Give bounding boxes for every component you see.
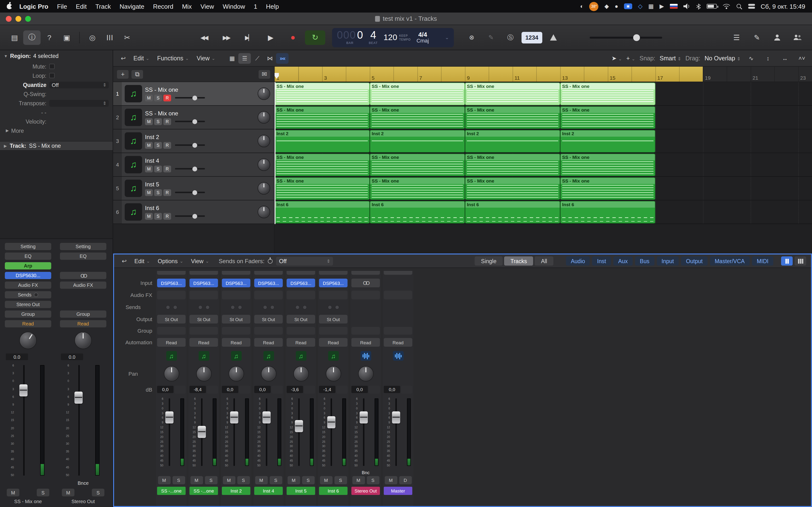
strip-slot-dsp5630---[interactable]: DSP5630...	[5, 272, 51, 279]
solo-button[interactable]: S	[302, 476, 314, 484]
send-knob[interactable]	[270, 305, 274, 309]
midi-region[interactable]: Inst 2	[465, 130, 560, 153]
midi-region[interactable]: Inst 2	[370, 130, 465, 153]
automation-mode-button[interactable]: Read	[287, 338, 315, 347]
mute-button[interactable]: M	[145, 189, 153, 196]
pan-knob[interactable]	[358, 366, 373, 382]
solo-button[interactable]: S	[237, 476, 250, 484]
track-lane[interactable]: SS - Mix oneSS - Mix oneSS - Mix oneSS -…	[274, 82, 812, 106]
replace-button[interactable]: ✎	[483, 31, 499, 44]
strip-slot-arp[interactable]: Arp	[5, 262, 51, 270]
group-slot[interactable]	[222, 327, 250, 335]
strip-slot-eq[interactable]: EQ	[5, 252, 51, 260]
pointer-tool-button[interactable]: ➤ ⌄	[612, 55, 622, 62]
audio-fx-slot[interactable]	[222, 291, 250, 299]
pan-knob[interactable]	[258, 158, 270, 171]
midi-instrument-icon[interactable]: ♫	[125, 180, 142, 197]
channel-name[interactable]: SS -...one	[190, 487, 218, 495]
transpose-field[interactable]: ⇕	[49, 100, 109, 107]
audio-fx-slot[interactable]	[157, 291, 186, 299]
fader-cap[interactable]	[392, 411, 400, 423]
fader-cap[interactable]	[262, 411, 271, 423]
track-volume-slider[interactable]	[175, 145, 205, 146]
track-inspector-header[interactable]: ▶ Track: SS - Mix one	[0, 141, 113, 151]
fader-cap[interactable]	[360, 411, 368, 423]
menubar-clock[interactable]: Сб, 9 окт. 15:49	[761, 3, 805, 10]
pan-knob[interactable]	[258, 182, 270, 194]
send-knob[interactable]	[173, 305, 177, 309]
output-button[interactable]: St Out	[190, 315, 218, 324]
solo-button[interactable]: S	[269, 476, 282, 484]
tracks-menu-edit[interactable]: Edit⌄	[130, 55, 153, 62]
midi-region[interactable]: Inst 2	[560, 130, 655, 153]
more-row[interactable]: ▶ More	[0, 126, 113, 135]
menu-view[interactable]: View	[196, 3, 218, 10]
channel-fader[interactable]: 630369121520253035404550	[384, 396, 412, 468]
midi-instrument-icon[interactable]: ♫	[125, 109, 142, 126]
fader-cap[interactable]	[74, 391, 83, 403]
midi-instrument-icon[interactable]: ♫	[125, 132, 142, 150]
midi-region[interactable]: SS - Mix one	[370, 154, 465, 176]
disclosure-triangle-icon[interactable]: ▶	[6, 128, 9, 133]
mute-button[interactable]: M	[158, 476, 170, 484]
menu-navigate[interactable]: Navigate	[115, 3, 149, 10]
channel-fader[interactable]: 630369121520253035404550	[60, 362, 106, 478]
midi-region[interactable]: SS - Mix one	[370, 177, 465, 200]
master-volume-thumb[interactable]	[633, 34, 640, 41]
track-lane[interactable]: SS - Mix oneSS - Mix oneSS - Mix oneSS -…	[274, 177, 812, 201]
strip-slot-read[interactable]: Read	[5, 320, 51, 327]
count-in-button[interactable]: 1234	[521, 32, 542, 43]
drag-select[interactable]: No Overlap ⇕	[704, 55, 741, 62]
automation-mode-button[interactable]: Read	[351, 338, 380, 347]
mute-button[interactable]: M	[385, 476, 397, 484]
input-button[interactable]: DSP563...	[222, 279, 250, 287]
midi-region[interactable]: SS - Mix one	[274, 177, 370, 200]
track-volume-thumb[interactable]	[192, 190, 197, 195]
filter-master-vca[interactable]: Master/VCA	[710, 257, 749, 266]
pan-knob[interactable]	[258, 88, 270, 100]
output-button[interactable]: St Out	[254, 315, 283, 324]
fader-cap[interactable]	[327, 416, 336, 428]
audio-fx-slot[interactable]	[190, 291, 218, 299]
solo-button[interactable]: S	[92, 489, 104, 496]
sends-slot[interactable]	[157, 303, 186, 312]
automation-mode-button[interactable]: Read	[190, 338, 218, 347]
raycast-icon[interactable]: ◇	[638, 3, 642, 9]
play-button[interactable]: ▶	[260, 30, 281, 45]
midi-region[interactable]: SS - Mix one	[274, 154, 370, 176]
record-button[interactable]: ●	[283, 30, 303, 45]
strip-slot-stereo-out[interactable]: Stereo Out	[5, 301, 51, 308]
lcd-display[interactable]: 000 0 BAR 4 BEAT 120 KEEP TEMPO 4/4 Cmaj	[332, 28, 454, 47]
group-slot[interactable]	[351, 327, 380, 335]
app-icon-diamond[interactable]: ◆	[604, 3, 609, 9]
menu-help[interactable]: Help	[261, 3, 283, 10]
strip-slot-read[interactable]: Read	[60, 320, 106, 327]
solo-button[interactable]: S	[154, 213, 162, 219]
strip-slot-audio-fx[interactable]: Audio FX	[60, 282, 106, 289]
solo-button[interactable]: S	[154, 189, 162, 196]
stepper-icon[interactable]: ⇕	[326, 259, 330, 264]
vertical-zoom-icon[interactable]: ↕	[762, 53, 774, 63]
solo-button[interactable]: S	[37, 489, 49, 496]
grid-view-icon[interactable]: ▦	[226, 53, 239, 63]
strip-slot-eq[interactable]: EQ	[60, 252, 106, 260]
loop-checkbox[interactable]	[49, 73, 55, 78]
mute-button[interactable]: M	[145, 118, 153, 125]
forward-button[interactable]: ▶▶	[216, 30, 236, 45]
single-user-button[interactable]	[768, 30, 786, 45]
record-enable-button[interactable]: R	[163, 142, 171, 149]
menu-1[interactable]: 1	[249, 3, 261, 10]
stop-button[interactable]: ▶▏	[238, 30, 259, 45]
wifi-icon[interactable]	[723, 3, 730, 9]
channel-fader[interactable]: 630369121520253035404550	[287, 396, 315, 468]
document-proxy-icon[interactable]	[375, 16, 380, 21]
window-grid-icon[interactable]: ▦	[648, 3, 654, 9]
track-lane[interactable]: Inst 6Inst 6Inst 6Inst 6	[274, 201, 812, 224]
mixer-button[interactable]: ☰	[101, 30, 118, 45]
filter-aux[interactable]: Aux	[613, 257, 633, 266]
low-latency-button[interactable]: ⊗	[463, 31, 480, 44]
battery-icon[interactable]	[707, 4, 717, 9]
mute-button[interactable]: M	[145, 95, 153, 101]
track-volume-slider[interactable]	[175, 215, 205, 217]
pan-knob[interactable]	[293, 366, 309, 382]
